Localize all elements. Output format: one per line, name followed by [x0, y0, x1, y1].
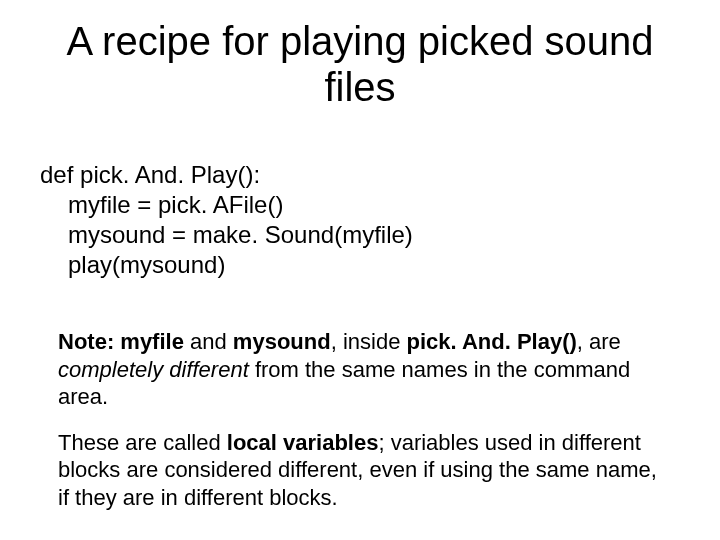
slide-title: A recipe for playing picked sound files — [0, 0, 720, 110]
note-paragraph-2: These are called local variables; variab… — [0, 411, 720, 512]
note1-t5: pick. And. Play() — [406, 329, 576, 354]
code-line-2: myfile = pick. AFile() — [40, 190, 720, 220]
slide: A recipe for playing picked sound files … — [0, 0, 720, 540]
code-line-4: play(mysound) — [40, 250, 720, 280]
note-paragraph-1: Note: myfile and mysound, inside pick. A… — [0, 280, 720, 411]
note1-t1: Note: myfile — [58, 329, 184, 354]
note1-t6: , are — [577, 329, 621, 354]
note2-t1: These are called — [58, 430, 227, 455]
note1-t7: completely different — [58, 357, 249, 382]
note1-t4: , inside — [331, 329, 407, 354]
note2-t2: local variables — [227, 430, 379, 455]
note1-t3: mysound — [233, 329, 331, 354]
note1-t2: and — [184, 329, 233, 354]
code-line-3: mysound = make. Sound(myfile) — [40, 220, 720, 250]
code-block: def pick. And. Play(): myfile = pick. AF… — [0, 110, 720, 280]
code-line-1: def pick. And. Play(): — [40, 160, 720, 190]
